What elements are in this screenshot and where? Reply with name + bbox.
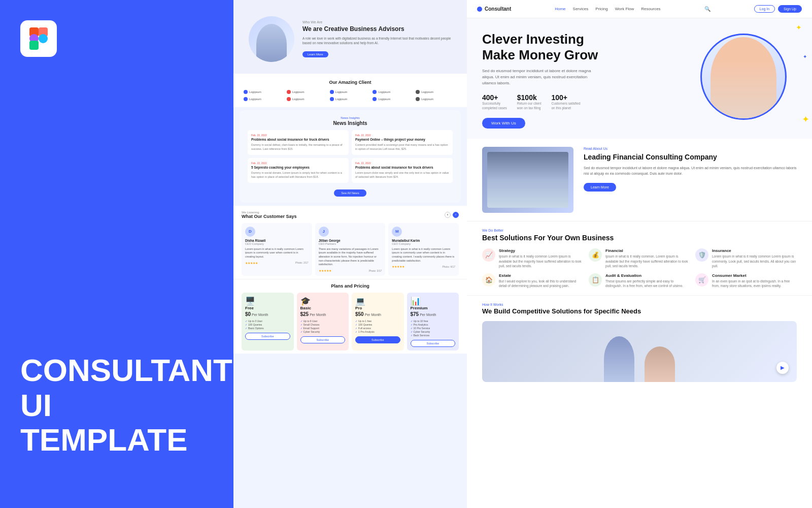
clients-grid: Logipsum Logipsum Logipsum Logipsum Logi… — [244, 90, 457, 101]
solution-card-estate: 🏠 Estate But I would explore to you, loo… — [482, 273, 584, 288]
hero-subtitle: Who We Are — [302, 20, 452, 24]
pricing-plan-pro: Pro — [355, 306, 400, 310]
client-logo-1: Logipsum — [244, 90, 285, 94]
competitive-section: How It Works We Build Competitive Soluti… — [467, 296, 812, 389]
solutions-title: Best Solutions For Your Own Business — [482, 233, 797, 242]
right-panel: Consultant Home Services Pricing Work Fl… — [467, 0, 812, 508]
logo-text: Consultant — [485, 6, 511, 12]
news-title-1: Problems about social insurance for truc… — [251, 138, 345, 142]
solutions-grid: 📈 Strategy Ipsum in what is it really co… — [482, 248, 797, 288]
client-logo-8: Logipsum — [330, 97, 371, 101]
testimonial-photo-2: Photo: 3/17 — [369, 269, 382, 272]
middle-panel: Who We Are We are Creative Business Advi… — [233, 0, 467, 508]
solution-text-strategy: Strategy Ipsum in what is it really comm… — [499, 248, 584, 268]
stat-revenue-num: $100k — [517, 93, 542, 102]
stat-revenue: $100k Return our clientwon on tax filing — [517, 93, 542, 110]
pricing-feature-basic-3: Email Support — [300, 327, 346, 330]
nav-link-home[interactable]: Home — [555, 7, 565, 11]
search-icon[interactable]: 🔍 — [704, 6, 710, 12]
play-button[interactable]: ▶ — [776, 362, 789, 374]
solutions-section: We Do Better Best Solutions For Your Own… — [467, 221, 812, 296]
pricing-feature-basic-4: Cyber Security — [300, 330, 346, 333]
pricing-feature-basic-2: Small Choices — [300, 323, 346, 326]
testimonial-card-3: M Muradaibul Karim CEO Company Lorem ips… — [388, 223, 459, 276]
testimonials-prev-button[interactable]: ‹ — [445, 212, 451, 218]
solution-text-estate: Estate But I would explore to you, look … — [499, 273, 584, 288]
news-desc-3: Dummy in social donate, Lorem ipsum is s… — [251, 171, 345, 179]
hero-cta-button[interactable]: Learn More — [302, 51, 328, 57]
testimonials-next-button[interactable]: › — [453, 212, 459, 218]
signup-button[interactable]: Sign Up — [778, 5, 802, 13]
pricing-card-pro: 💻 Pro $50 Per Month Up to 1 free 100 Que… — [352, 293, 404, 351]
news-date-3: Feb. 22, 2022 — [251, 162, 345, 165]
pricing-grid: 🖥️ Free $0 Per Month Up to 3 User 100 Qu… — [242, 293, 459, 351]
news-desc-4: Lorem ipsum dolor was simply and one the… — [355, 171, 449, 179]
pricing-feature-pro-2: 100 Queries — [355, 323, 400, 326]
solutions-suptitle: We Do Better — [482, 229, 797, 232]
competitive-image: ▶ — [482, 321, 797, 382]
solution-name-strategy: Strategy — [499, 248, 584, 253]
about-image — [482, 147, 573, 213]
solution-name-audit: Audit & Evaluation — [605, 273, 690, 278]
pricing-feature-pro-4: 1 Pro Analysis — [355, 330, 400, 333]
left-panel: CONSULTANT UI TEMPLATE — [0, 0, 233, 508]
client-logo-7: Logipsum — [287, 97, 328, 101]
hero-text: Who We Are We are Creative Business Advi… — [302, 20, 452, 57]
pricing-btn-free[interactable]: Subscribe — [245, 333, 290, 340]
news-title: News Insights — [248, 120, 453, 126]
deco-star-1: ✦ — [796, 23, 802, 31]
clients-title: Our Amazing Client — [244, 80, 457, 85]
about-suptitle: Read About Us — [584, 147, 797, 150]
news-date-2: Feb. 22, 2022 — [355, 134, 449, 137]
solution-card-strategy: 📈 Strategy Ipsum in what is it really co… — [482, 248, 584, 268]
nav-link-services[interactable]: Services — [573, 7, 589, 11]
solution-desc-financial: Ipsum in what is it really common. Lorem… — [605, 254, 690, 268]
client-logo-3: Logipsum — [330, 90, 371, 94]
pricing-card-free: 🖥️ Free $0 Per Month Up to 3 User 100 Qu… — [242, 293, 294, 351]
login-button[interactable]: Log In — [754, 5, 775, 13]
pricing-icon-pro: 💻 — [355, 296, 400, 306]
pricing-btn-basic[interactable]: Subscribe — [300, 336, 346, 343]
testimonial-name-2: Jillian George — [319, 239, 382, 242]
work-with-us-button[interactable]: Work With Us — [482, 118, 525, 129]
hero-text-block: Clever Investing Make Money Grow Sed do … — [482, 31, 797, 129]
solution-icon-insurance: 🛡️ — [695, 248, 708, 262]
figma-logo — [20, 20, 57, 57]
solution-card-audit: 📋 Audit & Evaluation These ipsums are pe… — [589, 273, 690, 288]
solution-text-consumer: Consumer Market In an even ipsum in an i… — [712, 273, 797, 288]
main-title: CONSULTANT UI TEMPLATE — [20, 353, 213, 457]
hero-description: A role we love in work with digitalized … — [302, 36, 452, 45]
about-learn-more-button[interactable]: Learn More — [584, 183, 616, 192]
nav-link-pricing[interactable]: Pricing — [595, 7, 607, 11]
news-date-4: Feb. 22, 2022 — [355, 162, 449, 165]
news-desc-2: Content provided itself a sovereign post… — [355, 143, 449, 151]
solution-card-financial: 💰 Financial Ipsum in what is it really c… — [589, 248, 690, 268]
client-logo-4: Logipsum — [373, 90, 414, 94]
stat-clients-label: Successfullycompleted cases — [482, 102, 507, 110]
news-title-4: Problems about social insurance for truc… — [355, 166, 449, 170]
testimonial-text-2: There are many variations of passages in… — [319, 247, 382, 267]
solution-icon-financial: 💰 — [589, 248, 602, 262]
nav-links: Home Services Pricing Work Flow Resource… — [555, 7, 660, 11]
client-logo-6: Logipsum — [244, 97, 285, 101]
nav-link-resources[interactable]: Resources — [641, 7, 660, 11]
pricing-btn-pro[interactable]: Subscribe — [355, 336, 400, 343]
testimonials-header-text: We Listening What Our Customer Says — [242, 211, 297, 219]
hero-title: Clever Investing Make Money Grow — [482, 31, 797, 63]
testimonials-section: We Listening What Our Customer Says ‹ › … — [233, 206, 467, 279]
solution-desc-audit: These ipsums are perfectly simple and ea… — [605, 279, 690, 288]
nav-link-workflow[interactable]: Work Flow — [615, 7, 634, 11]
client-logo-2: Logipsum — [287, 90, 328, 94]
pricing-btn-premium[interactable]: Subscribe — [411, 340, 456, 347]
news-all-button[interactable]: See All News — [334, 189, 366, 197]
news-card-2: Feb. 22, 2022 Payment Online – things pr… — [352, 130, 453, 155]
solution-text-financial: Financial Ipsum in what is it really com… — [605, 248, 690, 268]
stat-clients-num: 400+ — [482, 93, 507, 102]
svg-rect-4 — [29, 41, 39, 50]
pricing-feature-pro-1: Up to 1 free — [355, 320, 400, 323]
testimonial-role-2: CEO Partners — [319, 242, 382, 245]
hero-section: Clever Investing Make Money Grow Sed do … — [467, 18, 812, 139]
testimonials-nav: ‹ › — [445, 212, 459, 218]
testimonial-card-1: D Disha Rizaati CEO Company Lorem ipsum … — [242, 223, 312, 276]
pricing-feature-premium-5: Back Services — [411, 334, 456, 337]
